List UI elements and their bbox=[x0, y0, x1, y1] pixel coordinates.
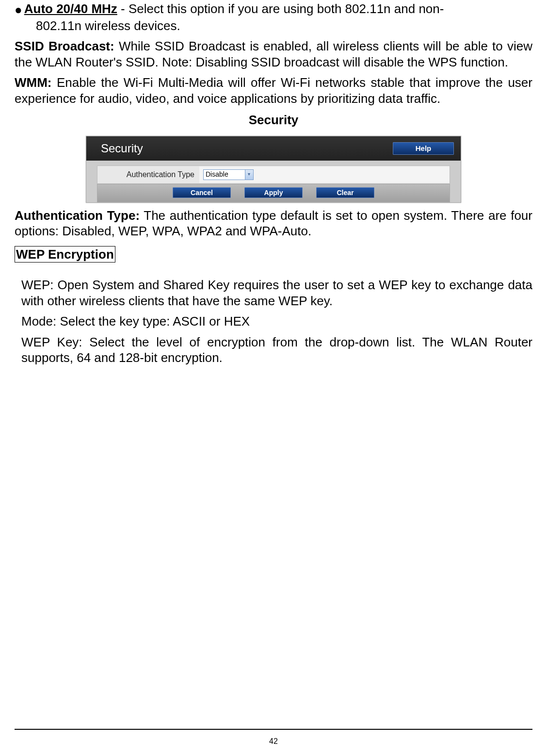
wep-key-term: WEP Key: bbox=[21, 335, 82, 349]
bullet-dot-icon: ● bbox=[15, 2, 22, 18]
wep-text: Open System and Shared Key requires the … bbox=[21, 278, 532, 308]
panel-header: Security Help bbox=[86, 136, 461, 161]
wep-key-para: WEP Key: Select the level of encryption … bbox=[21, 334, 532, 366]
clear-button[interactable]: Clear bbox=[316, 187, 374, 198]
chevron-down-icon: ▾ bbox=[245, 170, 253, 180]
auth-type-value-cell: Disable ▾ bbox=[199, 167, 450, 182]
mode-text: Select the key type: ASCII or HEX bbox=[56, 314, 250, 329]
wmm-para: WMM: Enable the Wi-Fi Multi-Media will o… bbox=[15, 75, 532, 106]
wmm-text: Enable the Wi-Fi Multi-Media will offer … bbox=[15, 75, 532, 106]
bullet-text-line1: - Select this option if you are using bo… bbox=[117, 1, 444, 16]
help-button[interactable]: Help bbox=[393, 142, 454, 155]
cancel-button[interactable]: Cancel bbox=[173, 187, 231, 198]
auth-type-term: Authentication Type: bbox=[15, 208, 140, 223]
panel-body: Authentication Type Disable ▾ Cancel App… bbox=[86, 161, 461, 202]
page-footer: 42 bbox=[15, 729, 532, 748]
ssid-term: SSID Broadcast: bbox=[15, 39, 114, 53]
bullet-auto-2040: ● Auto 20/40 MHz - Select this option if… bbox=[15, 1, 532, 18]
auth-type-label: Authentication Type bbox=[97, 166, 199, 183]
panel-title: Security bbox=[101, 141, 143, 156]
wep-encryption-heading: WEP Encryption bbox=[15, 246, 115, 263]
apply-button[interactable]: Apply bbox=[244, 187, 303, 198]
security-heading: Security bbox=[15, 112, 532, 128]
panel-button-row: Cancel Apply Clear bbox=[97, 184, 450, 202]
bullet-text-line2: 802.11n wireless devices. bbox=[15, 18, 532, 34]
auth-type-para: Authentication Type: The authentication … bbox=[15, 208, 532, 239]
wep-term: WEP: bbox=[21, 278, 53, 292]
ssid-broadcast-para: SSID Broadcast: While SSID Broadcast is … bbox=[15, 38, 532, 70]
footer-rule bbox=[15, 729, 532, 730]
page-number: 42 bbox=[269, 737, 278, 745]
wep-para: WEP: Open System and Shared Key requires… bbox=[21, 277, 532, 309]
wep-key-text: Select the level of encryption from the … bbox=[21, 335, 532, 365]
wmm-term: WMM: bbox=[15, 75, 52, 90]
auth-type-select[interactable]: Disable ▾ bbox=[203, 169, 254, 180]
auth-type-row: Authentication Type Disable ▾ bbox=[97, 165, 450, 184]
mode-term: Mode: bbox=[21, 314, 56, 329]
security-panel-figure: Security Help Authentication Type Disabl… bbox=[86, 136, 461, 203]
bullet-title: Auto 20/40 MHz bbox=[24, 1, 117, 16]
auth-type-selected: Disable bbox=[206, 170, 245, 179]
mode-para: Mode: Select the key type: ASCII or HEX bbox=[21, 313, 532, 329]
